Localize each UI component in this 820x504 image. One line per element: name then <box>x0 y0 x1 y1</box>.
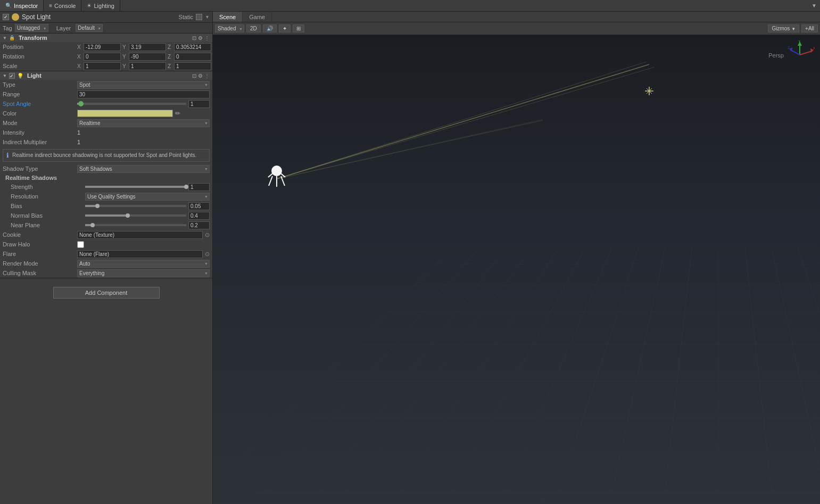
cookie-label: Cookie <box>3 232 77 238</box>
color-swatch[interactable] <box>77 110 173 117</box>
light-icon: 💡 <box>17 73 23 79</box>
light-preset-btn[interactable]: ⊡ <box>192 73 196 79</box>
pos-x-input[interactable] <box>84 43 121 51</box>
draw-halo-checkbox[interactable] <box>77 241 84 248</box>
spot-angle-value[interactable] <box>188 100 210 108</box>
bias-value[interactable] <box>188 202 210 210</box>
tab-inspector[interactable]: 🔍 Inspector <box>0 0 44 11</box>
scale-y-input[interactable] <box>129 62 166 70</box>
near-plane-value[interactable] <box>188 221 210 229</box>
cookie-field: ⊙ <box>77 231 210 239</box>
range-label: Range <box>3 91 77 97</box>
tag-dropdown[interactable]: Untagged <box>15 24 48 32</box>
scene-background[interactable]: Y X Z Persp <box>213 35 820 504</box>
transform-preset-btn[interactable]: ⊡ <box>192 35 196 41</box>
light-enabled-checkbox[interactable] <box>9 73 15 79</box>
intensity-row: Intensity 1 <box>0 128 212 137</box>
light-title: Light <box>27 72 190 79</box>
panel-close-button[interactable]: ▼ <box>808 0 820 11</box>
tab-game[interactable]: Game <box>243 12 272 22</box>
bias-slider-row <box>85 202 210 210</box>
mode-dropdown-wrapper[interactable]: Realtime <box>77 119 210 127</box>
pos-y-input[interactable] <box>129 43 166 51</box>
rot-z-input[interactable] <box>174 53 211 61</box>
info-text: Realtime indirect bounce shadowing is no… <box>12 152 196 159</box>
svg-line-13 <box>239 248 452 461</box>
axis-gizmo[interactable]: Y X Z <box>785 40 815 70</box>
rot-x-field: X <box>77 53 121 61</box>
layer-dropdown[interactable]: Default <box>76 24 103 32</box>
rot-x-input[interactable] <box>84 53 121 61</box>
strength-value[interactable] <box>188 183 210 191</box>
normal-bias-slider[interactable] <box>85 214 186 217</box>
shading-dropdown-wrapper[interactable]: Shaded <box>215 24 244 32</box>
type-dropdown[interactable]: Spot <box>77 81 210 89</box>
scale-label: Scale <box>3 63 77 69</box>
svg-line-10 <box>772 248 820 493</box>
gizmos-btn[interactable]: Gizmos ▼ <box>768 24 799 32</box>
top-tab-bar: 🔍 Inspector ≡ Console ☀ Lighting ▼ <box>0 0 820 12</box>
rot-z-field: Z <box>168 53 211 61</box>
tab-lighting[interactable]: ☀ Lighting <box>81 0 120 11</box>
range-input[interactable] <box>77 90 210 98</box>
svg-line-43 <box>791 50 800 55</box>
tag-dropdown-wrapper[interactable]: Untagged <box>15 24 48 32</box>
strength-slider[interactable] <box>85 186 186 188</box>
resolution-row: Resolution Use Quality Settings <box>0 192 212 201</box>
svg-line-1 <box>346 248 532 493</box>
shadow-type-dropdown[interactable]: Soft Shadows <box>77 165 210 173</box>
mode-label: Mode <box>3 120 77 126</box>
render-mode-dropdown-wrapper[interactable]: Auto <box>77 260 210 268</box>
resolution-dropdown-wrapper[interactable]: Use Quality Settings <box>85 193 210 201</box>
culling-mask-dropdown[interactable]: Everything <box>77 269 210 277</box>
light-settings-btn[interactable]: ⚙ <box>198 73 203 79</box>
tab-console[interactable]: ≡ Console <box>44 0 81 11</box>
tab-scene[interactable]: Scene <box>213 12 243 22</box>
svg-line-7 <box>665 248 692 493</box>
resolution-dropdown[interactable]: Use Quality Settings <box>85 193 210 201</box>
svg-line-41 <box>800 51 812 55</box>
layer-dropdown-wrapper[interactable]: Default <box>76 24 103 32</box>
mode-dropdown[interactable]: Realtime <box>77 119 210 127</box>
audio-btn[interactable]: 🔊 <box>263 24 277 32</box>
transform-settings-btn[interactable]: ⚙ <box>198 35 203 41</box>
mode-row: Mode Realtime <box>0 118 212 128</box>
scale-x-input[interactable] <box>84 62 121 70</box>
scene-extra-btn[interactable]: ⊞ <box>293 24 304 32</box>
scale-z-input[interactable] <box>174 62 211 70</box>
spot-angle-slider[interactable] <box>77 103 186 105</box>
rot-y-input[interactable] <box>129 53 166 61</box>
render-mode-label: Render Mode <box>3 260 77 267</box>
color-field: ✏ <box>77 110 210 117</box>
2d-toggle-btn[interactable]: 2D <box>246 24 261 32</box>
object-enabled-checkbox[interactable] <box>3 14 9 20</box>
cookie-select-btn[interactable]: ⊙ <box>205 232 210 238</box>
near-plane-slider[interactable] <box>85 224 186 226</box>
pos-z-input[interactable] <box>174 43 211 51</box>
add-component-button[interactable]: Add Component <box>53 287 160 299</box>
flare-input[interactable] <box>77 250 203 258</box>
all-btn[interactable]: +All <box>801 24 818 32</box>
flare-select-btn[interactable]: ⊙ <box>205 251 210 258</box>
shading-dropdown[interactable]: Shaded <box>215 24 244 32</box>
type-dropdown-wrapper[interactable]: Spot <box>77 81 210 89</box>
spot-angle-row: Spot Angle <box>0 99 212 109</box>
transform-menu-btn[interactable]: ⋮ <box>204 35 210 41</box>
static-dropdown-arrow[interactable]: ▼ <box>205 14 210 20</box>
bias-slider[interactable] <box>85 205 186 207</box>
eyedropper-icon[interactable]: ✏ <box>175 110 180 117</box>
culling-mask-dropdown-wrapper[interactable]: Everything <box>77 269 210 277</box>
svg-line-34 <box>281 173 285 177</box>
cookie-input[interactable] <box>77 231 203 239</box>
axis-gizmo-svg: Y X Z <box>785 40 815 70</box>
effects-btn[interactable]: ✦ <box>279 24 291 32</box>
transform-header[interactable]: ▼ 🔒 Transform ⊡ ⚙ ⋮ <box>0 34 212 42</box>
render-mode-dropdown[interactable]: Auto <box>77 260 210 268</box>
normal-bias-value[interactable] <box>188 212 210 220</box>
near-plane-row: Near Plane <box>0 220 212 230</box>
scene-tab-label: Scene <box>219 14 236 20</box>
light-header[interactable]: ▼ 💡 Light ⊡ ⚙ ⋮ <box>0 71 212 80</box>
shadow-type-dropdown-wrapper[interactable]: Soft Shadows <box>77 165 210 173</box>
static-checkbox[interactable] <box>196 14 202 20</box>
light-menu-btn[interactable]: ⋮ <box>204 73 210 79</box>
